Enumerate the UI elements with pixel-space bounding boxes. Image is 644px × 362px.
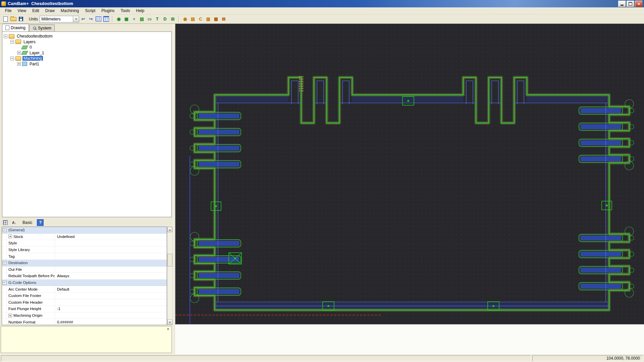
property-value[interactable]: 0.###### xyxy=(55,320,167,324)
property-value[interactable]: Always xyxy=(55,274,167,278)
alphabetical-sort-button[interactable]: A↓ xyxy=(10,219,18,226)
menu-item-plugins[interactable]: Plugins xyxy=(98,8,117,14)
combo-dropdown-icon[interactable]: ▼ xyxy=(73,16,79,22)
property-label-text: G-Code Options xyxy=(8,281,36,285)
machining-op-icon-7[interactable]: D xyxy=(161,15,169,23)
tree-expander-icon[interactable]: + xyxy=(17,51,21,55)
property-row-style-library[interactable]: Style Library xyxy=(2,247,167,253)
category-collapse-icon[interactable]: − xyxy=(3,281,6,285)
property-row-rebuild-toolpath-before-post[interactable]: Rebuild Toolpath Before PostAlways xyxy=(2,273,167,280)
scroll-down-icon[interactable]: ▼ xyxy=(167,319,172,325)
machining-op-icon-4[interactable]: ▤ xyxy=(138,15,146,23)
gcode-tool-icon-3[interactable]: C xyxy=(197,15,204,23)
property-row-stock[interactable]: +StockUndefined xyxy=(2,234,167,240)
property-row-custom-file-footer[interactable]: Custom File Footer xyxy=(2,293,167,299)
tab-drawing[interactable]: Drawing xyxy=(2,24,29,32)
maximize-button[interactable] xyxy=(627,1,634,7)
machining-op-icon-6[interactable]: T xyxy=(153,15,161,23)
property-expand-icon[interactable]: + xyxy=(8,314,12,317)
property-row-style[interactable]: Style xyxy=(2,240,167,247)
tree-item-machining[interactable]: −Machining xyxy=(2,56,171,61)
menu-item-help[interactable]: Help xyxy=(133,8,148,14)
folder-icon xyxy=(15,40,21,44)
new-file-button[interactable] xyxy=(2,15,9,23)
machining-op-icon-1[interactable]: ◉ xyxy=(115,15,122,23)
property-value[interactable]: Undefined xyxy=(55,235,167,239)
machining-op-icon-5[interactable]: ▭ xyxy=(146,15,153,23)
property-category-general[interactable]: −(General) xyxy=(2,227,167,234)
folder-icon xyxy=(9,34,14,39)
gcode-tool-icon-2[interactable]: ▤ xyxy=(189,15,197,23)
drawing-viewport[interactable] xyxy=(175,24,644,324)
drawing-canvas[interactable] xyxy=(175,24,644,324)
property-row-out-file[interactable]: Out File xyxy=(2,266,167,273)
open-file-button[interactable] xyxy=(9,15,17,23)
property-row-custom-file-header[interactable]: Custom File Header xyxy=(2,299,167,306)
properties-scrollbar[interactable]: ▲ ▼ xyxy=(167,227,173,325)
menu-item-file[interactable]: File xyxy=(2,8,14,14)
property-category-destination[interactable]: −Destination xyxy=(2,260,167,266)
property-row-number-format[interactable]: Number Format0.###### xyxy=(2,319,167,325)
slot-geometry xyxy=(199,162,239,167)
units-value: Millimeters xyxy=(41,17,60,21)
category-collapse-icon[interactable]: − xyxy=(3,261,6,265)
tree-expander-icon[interactable]: + xyxy=(17,62,21,66)
tree-expander-icon[interactable]: − xyxy=(10,40,14,44)
tree-item-0[interactable]: 0 xyxy=(2,45,171,50)
tree-item-layers[interactable]: −Layers xyxy=(2,39,171,45)
machining-op-icon-2[interactable]: ▣ xyxy=(122,15,130,23)
undo-button[interactable]: ↩ xyxy=(79,15,87,23)
tree-item-layer-1[interactable]: +Layer_1 xyxy=(2,50,171,56)
slot-geometry xyxy=(199,273,239,278)
property-label: G-Code Options xyxy=(7,280,167,286)
machining-icon xyxy=(15,56,21,61)
tree-expander-icon[interactable]: − xyxy=(10,57,14,60)
property-row-arc-center-mode[interactable]: Arc Center ModeDefault xyxy=(2,286,167,293)
minimize-button[interactable] xyxy=(618,1,626,7)
gcode-tool-icon-6[interactable]: ⊠ xyxy=(220,15,227,23)
units-combobox[interactable]: Millimeters ▼ xyxy=(40,16,79,22)
maximize-icon xyxy=(629,2,632,6)
redo-button[interactable]: ↪ xyxy=(87,15,95,23)
grid-toggle-button[interactable] xyxy=(95,15,102,23)
menu-item-draw[interactable]: Draw xyxy=(42,8,58,14)
snap-grid-button[interactable] xyxy=(102,15,110,23)
property-row-tag[interactable]: Tag xyxy=(2,253,167,260)
scrollbar-thumb[interactable] xyxy=(167,254,172,266)
property-value[interactable]: -1 xyxy=(55,307,167,311)
scroll-up-icon[interactable]: ▲ xyxy=(167,227,172,232)
property-row-machining-origin[interactable]: +Machining Origin xyxy=(2,312,167,319)
property-category-g-code-options[interactable]: −G-Code Options xyxy=(2,280,167,286)
slot-geometry xyxy=(199,241,239,246)
gcode-tool-icon-4[interactable]: ▥ xyxy=(204,15,212,23)
menu-item-machining[interactable]: Machining xyxy=(58,8,82,14)
tree-expander-icon[interactable]: − xyxy=(4,35,7,38)
menu-item-edit[interactable]: Edit xyxy=(29,8,42,14)
view-mode-label[interactable]: Basic xyxy=(22,220,32,225)
menu-item-script[interactable]: Script xyxy=(82,8,99,14)
close-button[interactable]: × xyxy=(635,1,643,7)
categorized-view-button[interactable] xyxy=(2,219,9,226)
help-button[interactable]: ? xyxy=(37,219,44,226)
tree-item-chesdooltestbottom[interactable]: −Chesdooltestbottom xyxy=(2,34,171,39)
machining-op-icon-8[interactable]: ⊞ xyxy=(169,15,176,23)
gcode-tool-icon-1[interactable]: ◉ xyxy=(181,15,189,23)
open-folder-icon xyxy=(10,17,16,21)
marker-dot xyxy=(328,305,329,307)
tree-item-part1[interactable]: +Part1 xyxy=(2,61,171,67)
menu-item-tools[interactable]: Tools xyxy=(118,8,133,14)
property-value[interactable]: Default xyxy=(55,287,167,291)
category-collapse-icon[interactable]: − xyxy=(3,228,6,232)
marker-dot xyxy=(408,100,409,102)
property-label: Fast Plunge Height xyxy=(7,306,55,312)
property-row-fast-plunge-height[interactable]: Fast Plunge Height-1 xyxy=(2,306,167,312)
save-button[interactable] xyxy=(17,15,25,23)
property-grid: −(General)+StockUndefinedStyleStyle Libr… xyxy=(2,227,167,325)
gcode-tool-icon-5[interactable]: ▦ xyxy=(212,15,220,23)
property-expand-icon[interactable]: + xyxy=(8,235,12,238)
machining-op-icon-3[interactable]: + xyxy=(130,15,138,23)
property-gutter xyxy=(2,319,7,325)
tab-system[interactable]: System xyxy=(29,24,55,32)
menu-item-view[interactable]: View xyxy=(14,8,29,14)
close-help-icon[interactable]: × xyxy=(166,327,170,331)
